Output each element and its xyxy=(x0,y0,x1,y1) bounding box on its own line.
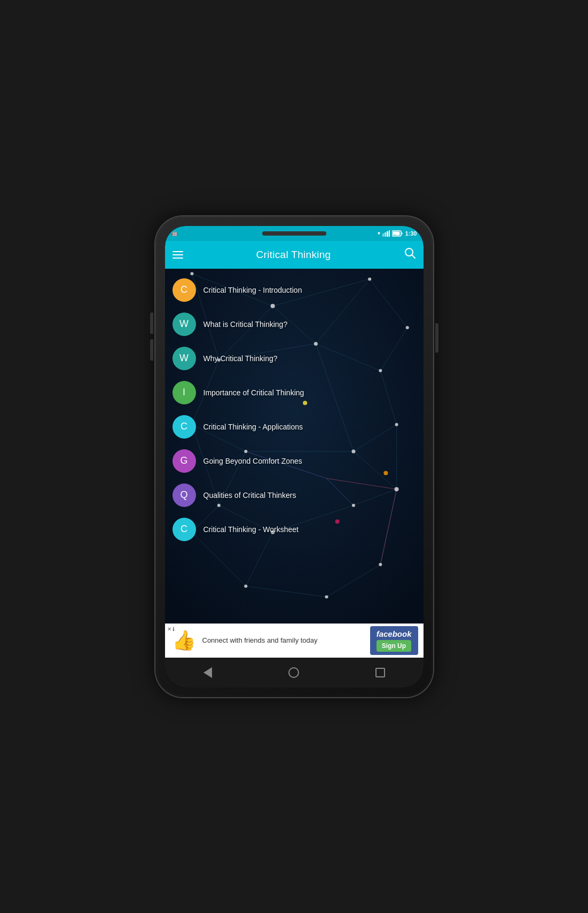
search-icon[interactable] xyxy=(404,247,416,262)
ad-close-x[interactable]: ✕ xyxy=(167,626,171,632)
avatar-circle: W xyxy=(173,313,196,336)
home-button[interactable] xyxy=(280,662,307,683)
svg-rect-2 xyxy=(387,231,388,237)
list-item-text: Qualities of Critical Thinkers xyxy=(203,491,296,500)
phone-device: 🤖 ▾ xyxy=(155,216,433,697)
avatar-circle: I xyxy=(173,381,196,404)
list-item[interactable]: I Importance of Critical Thinking xyxy=(165,376,424,410)
avatar-circle: C xyxy=(173,518,196,541)
battery-icon: + xyxy=(392,230,403,237)
svg-rect-1 xyxy=(385,232,386,237)
app-title: Critical Thinking xyxy=(190,249,398,261)
menu-icon[interactable] xyxy=(173,251,183,259)
avatar-circle: C xyxy=(173,415,196,439)
back-button[interactable] xyxy=(194,662,221,683)
svg-text:+: + xyxy=(394,232,396,236)
svg-line-9 xyxy=(412,255,415,259)
android-icon: 🤖 xyxy=(171,230,178,236)
recent-apps-button[interactable] xyxy=(367,662,394,683)
wifi-icon: ▾ xyxy=(378,230,380,236)
volume-up-button[interactable] xyxy=(150,313,153,334)
ad-main-text: Connect with friends and family today xyxy=(202,636,366,645)
svg-rect-3 xyxy=(389,230,390,237)
speaker-grille xyxy=(262,231,326,236)
svg-point-59 xyxy=(244,584,247,588)
status-left: 🤖 xyxy=(171,230,178,236)
list-item[interactable]: G Going Beyond Comfort Zones xyxy=(165,444,424,478)
ad-info-icon[interactable]: ℹ xyxy=(173,626,175,632)
list-item[interactable]: W What is Critical Thinking? xyxy=(165,307,424,341)
app-bar: Critical Thinking xyxy=(165,241,424,269)
list-item[interactable]: W Why Critical Thinking? xyxy=(165,341,424,376)
thumbs-up-icon: 👍 xyxy=(172,629,196,652)
ad-facebook-area[interactable]: facebook Sign Up xyxy=(370,626,418,655)
list-item-text: Importance of Critical Thinking xyxy=(203,388,304,397)
signal-icon xyxy=(382,230,390,237)
avatar-circle: Q xyxy=(173,483,196,507)
list-item[interactable]: C Critical Thinking - Introduction xyxy=(165,273,424,307)
avatar-circle: W xyxy=(173,347,196,370)
status-time: 1:30 xyxy=(405,230,417,237)
svg-rect-5 xyxy=(402,232,403,235)
nav-bar xyxy=(165,658,424,688)
list-item[interactable]: C Critical Thinking - Worksheet xyxy=(165,512,424,547)
list-item-text: Critical Thinking - Introduction xyxy=(203,286,302,294)
facebook-logo: facebook xyxy=(377,629,412,638)
ad-close-controls: ✕ ℹ xyxy=(167,626,175,632)
screen: 🤖 ▾ xyxy=(165,226,424,688)
svg-point-61 xyxy=(379,563,382,566)
ad-banner: ✕ ℹ 👍 Connect with friends and family to… xyxy=(165,623,424,658)
phone-screen: 🤖 ▾ xyxy=(165,226,424,688)
list-item-text: Critical Thinking - Applications xyxy=(203,423,303,431)
volume-down-button[interactable] xyxy=(150,339,153,361)
avatar-circle: C xyxy=(173,278,196,302)
svg-point-60 xyxy=(325,595,328,598)
list-item[interactable]: Q Qualities of Critical Thinkers xyxy=(165,478,424,512)
ad-text-area: Connect with friends and family today xyxy=(202,636,366,645)
list-item-text: Going Beyond Comfort Zones xyxy=(203,457,302,465)
list-item-text: What is Critical Thinking? xyxy=(203,320,288,329)
list-item-text: Critical Thinking - Worksheet xyxy=(203,525,299,534)
avatar-circle: G xyxy=(173,449,196,473)
svg-rect-0 xyxy=(382,233,384,237)
status-right: ▾ + 1:30 xyxy=(378,230,417,237)
list-item[interactable]: C Critical Thinking - Applications xyxy=(165,410,424,444)
list-item-text: Why Critical Thinking? xyxy=(203,354,278,363)
list-container: C Critical Thinking - Introduction W Wha… xyxy=(165,269,424,551)
facebook-signup-button[interactable]: Sign Up xyxy=(377,640,411,652)
power-button[interactable] xyxy=(435,323,438,353)
content-area: C Critical Thinking - Introduction W Wha… xyxy=(165,269,424,623)
